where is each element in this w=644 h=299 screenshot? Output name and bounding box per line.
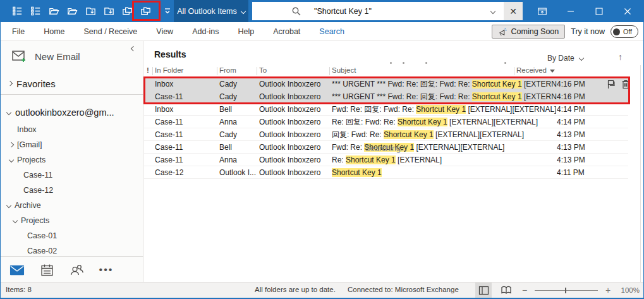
search-highlight: Shortcut Key 1 bbox=[346, 156, 396, 164]
cell-from: Cady bbox=[219, 128, 257, 141]
maximize-icon[interactable] bbox=[593, 5, 605, 18]
chevron-down-icon bbox=[240, 8, 245, 13]
table-row[interactable]: Case-11 Anna Outlook Inboxzero Re: 回复: F… bbox=[144, 116, 628, 128]
tab-help[interactable]: Help bbox=[238, 27, 255, 36]
ribbon-display-icon[interactable] bbox=[536, 5, 549, 18]
save-folder-icon[interactable] bbox=[84, 5, 97, 18]
sidebar-item-case-12[interactable]: Case-12 bbox=[1, 183, 143, 198]
calendar-module-icon[interactable] bbox=[39, 263, 54, 277]
try-it-now-label[interactable]: Try it now bbox=[571, 27, 605, 36]
column-importance[interactable]: ! bbox=[147, 66, 149, 74]
column-received-label: Received bbox=[516, 66, 547, 74]
coming-soon-button[interactable]: Coming Soon bbox=[492, 25, 566, 39]
search-scope-dropdown[interactable]: All Outlook Items bbox=[174, 0, 248, 22]
flag-icon[interactable] bbox=[606, 79, 617, 89]
table-row[interactable]: Case-12 Outlook I... Outlook Inboxzero S… bbox=[144, 166, 628, 179]
zoom-out-icon[interactable]: − bbox=[521, 285, 528, 295]
chevron-down-icon bbox=[6, 203, 11, 208]
table-row[interactable]: Case-11 Cady Outlook Inboxzero 回复: Fwd: … bbox=[144, 128, 628, 141]
search-suggestions-chevron-icon[interactable] bbox=[490, 8, 495, 13]
column-separator bbox=[217, 67, 217, 75]
close-icon[interactable] bbox=[621, 5, 634, 18]
cell-to: Outlook Inboxzero bbox=[259, 116, 329, 128]
sidebar-item-archive-projects[interactable]: Projects bbox=[1, 213, 143, 228]
sidebar-item-case-01[interactable]: Case-01 bbox=[1, 228, 143, 243]
normal-view-icon[interactable] bbox=[475, 283, 492, 298]
sidebar-item-inbox[interactable]: Inbox bbox=[1, 122, 143, 137]
cell-in-folder: Case-11 bbox=[155, 116, 216, 128]
new-email-label: New Email bbox=[35, 51, 80, 62]
zoom-in-icon[interactable]: + bbox=[604, 285, 612, 295]
sort-ascending-icon[interactable]: ↑ bbox=[618, 52, 623, 62]
tab-send-receive[interactable]: Send / Receive bbox=[84, 27, 138, 36]
people-module-icon[interactable] bbox=[69, 263, 84, 277]
delete-icon[interactable] bbox=[621, 79, 631, 89]
table-row[interactable]: Case-11 Cady Outlook Inboxzero *** URGEN… bbox=[144, 90, 628, 103]
column-to[interactable]: To bbox=[259, 66, 267, 74]
sidebar-item-projects[interactable]: Projects bbox=[1, 152, 143, 168]
coming-soon-toggle[interactable]: Off bbox=[611, 25, 638, 38]
scrollbar-track[interactable] bbox=[640, 65, 641, 283]
sort-by-dropdown[interactable]: By Date bbox=[547, 54, 583, 63]
tab-search[interactable]: Search bbox=[319, 27, 344, 36]
search-bar[interactable]: "Shortcut Key 1" ✕ bbox=[252, 2, 523, 20]
search-close-icon[interactable]: ✕ bbox=[504, 2, 523, 20]
tab-file[interactable]: File bbox=[12, 27, 25, 36]
cell-from: Outlook I... bbox=[219, 166, 257, 179]
cell-to: Outlook Inboxzero bbox=[259, 128, 329, 141]
column-dot bbox=[403, 62, 404, 64]
minimize-icon[interactable] bbox=[564, 5, 577, 18]
bullet-list-icon[interactable] bbox=[29, 5, 42, 18]
copy-folder-icon[interactable] bbox=[121, 5, 133, 18]
tab-acrobat[interactable]: Acrobat bbox=[273, 27, 300, 36]
folder-label: Case-02 bbox=[27, 247, 57, 255]
column-headers: ! In Folder From To Subject Received bbox=[144, 65, 628, 77]
column-dot bbox=[425, 62, 427, 64]
cell-in-folder: Case-11 bbox=[155, 90, 216, 103]
cell-received: 4:13 PM bbox=[557, 128, 596, 141]
more-modules-icon[interactable]: ••• bbox=[99, 263, 114, 277]
table-row[interactable]: Inbox Cady Outlook Inboxzero *** URGENT … bbox=[144, 78, 628, 90]
chevron-down-icon bbox=[13, 218, 18, 223]
save-folder-icon[interactable] bbox=[102, 5, 115, 18]
table-row[interactable]: Case-11 Anna Outlook Inboxzero Re: Short… bbox=[144, 154, 628, 166]
zoom-slider-thumb[interactable] bbox=[565, 288, 566, 293]
collapse-pane-icon[interactable] bbox=[131, 46, 136, 51]
open-folder-icon[interactable] bbox=[47, 5, 60, 18]
zoom-slider[interactable] bbox=[535, 288, 598, 293]
cell-from: Anna bbox=[219, 154, 257, 166]
column-from[interactable]: From bbox=[219, 66, 236, 74]
column-in-folder[interactable]: In Folder bbox=[155, 66, 183, 74]
sidebar-item-gmail[interactable]: [Gmail] bbox=[1, 137, 143, 152]
cell-to: Outlook Inboxzero bbox=[259, 90, 329, 103]
zoom-level[interactable]: 100% bbox=[618, 286, 640, 294]
search-input[interactable]: "Shortcut Key 1" bbox=[314, 7, 491, 16]
copy-folder-icon[interactable] bbox=[139, 5, 152, 18]
reading-view-icon[interactable] bbox=[498, 283, 514, 298]
account-node[interactable]: outlookinboxzero@gm... bbox=[7, 104, 114, 121]
sidebar-item-archive[interactable]: Archive bbox=[1, 198, 143, 213]
cell-in-folder: Case-11 bbox=[155, 154, 216, 166]
tab-home[interactable]: Home bbox=[44, 27, 64, 36]
new-email-button[interactable]: New Email bbox=[12, 47, 80, 65]
module-navigation: ••• bbox=[9, 259, 114, 281]
chevron-down-icon bbox=[578, 56, 583, 61]
favorites-group[interactable]: Favorites bbox=[8, 76, 56, 91]
search-highlight: Shortcut Key 1 bbox=[472, 80, 522, 88]
table-row[interactable]: Inbox Bell Outlook Inboxzero Fwd: Re: 回复… bbox=[144, 103, 628, 116]
chevron-down-icon bbox=[9, 157, 14, 162]
sidebar-item-case-11[interactable]: Case-11 bbox=[1, 168, 143, 183]
tab-view[interactable]: View bbox=[156, 27, 173, 36]
cell-subject: Fwd: Re: 回复: Fwd: Re: Shortcut Key 1 [EX… bbox=[332, 103, 557, 116]
status-bar-right: − + 100% bbox=[475, 283, 640, 298]
column-received[interactable]: Received bbox=[516, 66, 555, 74]
mail-module-icon[interactable] bbox=[9, 263, 25, 277]
tab-add-ins[interactable]: Add-ins bbox=[192, 27, 219, 36]
results-title: Results bbox=[154, 49, 186, 59]
bullet-list-icon[interactable] bbox=[11, 5, 23, 18]
sidebar-divider bbox=[1, 94, 143, 95]
sidebar-divider bbox=[1, 256, 143, 257]
column-subject[interactable]: Subject bbox=[332, 66, 356, 74]
open-folder-icon[interactable] bbox=[66, 5, 78, 18]
toolbar-overflow-icon[interactable] bbox=[162, 5, 173, 16]
